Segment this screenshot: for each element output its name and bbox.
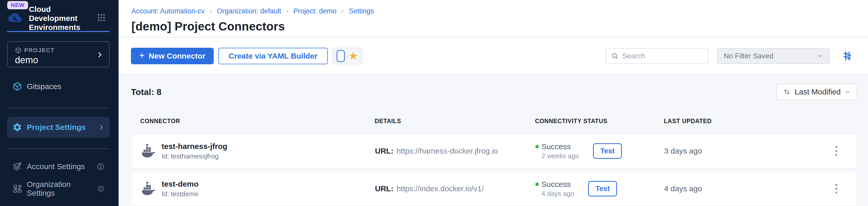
column-header-connector: CONNECTOR xyxy=(140,118,375,125)
status-text: Success xyxy=(541,142,570,151)
connector-id: Id: testharnessjfrog xyxy=(162,152,227,160)
table-row[interactable]: test-harness-jfrog Id: testharnessjfrog … xyxy=(131,134,857,168)
breadcrumb-settings-link[interactable]: Settings xyxy=(349,7,374,15)
sidebar-item-label: Account Settings xyxy=(27,162,85,171)
connector-list-area: Total: 8 Last Modified CONNECTOR DETAILS… xyxy=(119,75,868,206)
details-cell: URL: https://harness-docker.jfrog.io xyxy=(375,147,535,155)
org-chart-gear-icon xyxy=(12,184,22,194)
sidebar-item-organization-settings[interactable]: Organization Settings xyxy=(7,181,110,196)
sidebar-item-project-settings[interactable]: Project Settings xyxy=(7,117,110,137)
connector-name: test-demo xyxy=(162,180,198,188)
column-header-connectivity-status: CONNECTIVITY STATUS xyxy=(535,118,664,125)
sort-arrows-icon xyxy=(783,88,791,96)
success-status-dot xyxy=(535,182,539,186)
project-name: demo xyxy=(15,55,38,66)
new-connector-button[interactable]: + New Connector xyxy=(131,48,214,64)
breadcrumb: Account: Automation-cv Organization: def… xyxy=(131,7,858,15)
sidebar-item-label: Gitspaces xyxy=(27,82,61,91)
chevron-down-icon xyxy=(845,89,850,95)
last-updated-cell: 3 days ago xyxy=(664,147,826,155)
chevron-right-icon xyxy=(98,124,104,130)
connector-cell: test-demo Id: testdemo xyxy=(141,180,375,198)
saved-filter-label: No Filter Saved xyxy=(724,52,773,60)
brand-header: NEW Cloud Development Environments xyxy=(7,0,110,32)
favorites-filter-group: ★ xyxy=(332,48,363,64)
status-time: 2 weeks ago xyxy=(541,152,579,160)
main-content: Account: Automation-cv Organization: def… xyxy=(119,0,868,206)
star-icon[interactable]: ★ xyxy=(348,51,358,61)
toolbar: + New Connector Create via YAML Builder … xyxy=(119,37,868,75)
url-value: https://index.docker.io/v1/ xyxy=(397,184,484,193)
row-menu-kebab-icon[interactable] xyxy=(826,181,847,196)
chevron-right-icon xyxy=(209,9,213,14)
column-header-last-updated: LAST UPDATED xyxy=(664,118,826,125)
project-label: PROJECT xyxy=(24,47,55,54)
connector-cell: test-harness-jfrog Id: testharnessjfrog xyxy=(141,142,375,160)
details-cell: URL: https://index.docker.io/v1/ xyxy=(375,184,535,193)
connector-id: Id: testdemo xyxy=(162,190,198,198)
status-text: Success xyxy=(541,180,570,189)
breadcrumb-organization-link[interactable]: Organization: default xyxy=(217,7,281,15)
status-time: 4 days ago xyxy=(541,190,574,198)
breadcrumb-account-link[interactable]: Account: Automation-cv xyxy=(131,7,205,15)
test-connection-button[interactable]: Test xyxy=(593,143,622,159)
project-cube-icon xyxy=(15,47,22,54)
chevron-right-icon xyxy=(96,51,103,58)
url-label: URL: xyxy=(375,184,394,193)
url-value: https://harness-docker.jfrog.io xyxy=(397,147,498,155)
page-title: [demo] Project Connectors xyxy=(131,19,858,33)
docker-icon xyxy=(141,143,157,159)
filter-settings-icon[interactable] xyxy=(842,50,853,62)
sort-label: Last Modified xyxy=(795,87,841,96)
plus-icon: + xyxy=(139,51,145,60)
search-icon xyxy=(611,52,619,60)
chevron-right-icon xyxy=(285,9,289,14)
sidebar-divider xyxy=(7,108,110,108)
saved-filter-dropdown[interactable]: No Filter Saved xyxy=(717,48,830,64)
docker-icon xyxy=(141,181,157,197)
info-icon[interactable] xyxy=(97,185,104,192)
info-icon[interactable] xyxy=(97,163,104,171)
create-via-yaml-builder-button[interactable]: Create via YAML Builder xyxy=(218,48,328,64)
url-label: URL: xyxy=(375,147,394,155)
new-badge: NEW xyxy=(7,1,28,9)
favorites-checkbox[interactable] xyxy=(337,50,345,62)
test-connection-button[interactable]: Test xyxy=(588,181,617,197)
app-title: Cloud Development Environments xyxy=(29,5,88,32)
sidebar-item-gitspaces[interactable]: Gitspaces xyxy=(7,79,110,94)
status-cell: Success 4 days ago Test xyxy=(535,180,664,198)
sidebar-divider xyxy=(7,149,110,149)
table-header-row: CONNECTOR DETAILS CONNECTIVITY STATUS LA… xyxy=(131,118,857,125)
layers-gear-icon xyxy=(12,162,22,172)
breadcrumb-project-link[interactable]: Project: demo xyxy=(293,7,337,15)
search-input[interactable] xyxy=(622,52,703,60)
gear-icon xyxy=(12,122,22,132)
row-menu-kebab-icon[interactable] xyxy=(826,144,847,158)
sidebar: NEW Cloud Development Environments PROJE… xyxy=(0,0,119,206)
sidebar-item-label: Organization Settings xyxy=(27,180,93,198)
total-count: Total: 8 xyxy=(131,87,161,97)
gitspaces-cube-icon xyxy=(12,82,22,92)
success-status-dot xyxy=(535,145,539,149)
table-body: test-harness-jfrog Id: testharnessjfrog … xyxy=(131,134,857,206)
sort-dropdown[interactable]: Last Modified xyxy=(776,84,857,100)
sidebar-item-label: Project Settings xyxy=(27,123,86,132)
table-row[interactable]: test-demo Id: testdemo URL: https://inde… xyxy=(131,172,857,206)
list-toolbar: Total: 8 Last Modified xyxy=(131,84,857,100)
app-switcher-grid-icon[interactable] xyxy=(97,13,106,22)
chevron-down-icon xyxy=(817,53,823,59)
sidebar-item-account-settings[interactable]: Account Settings xyxy=(7,159,110,174)
project-selector[interactable]: PROJECT demo xyxy=(7,41,110,68)
search-box xyxy=(606,48,709,64)
status-cell: Success 2 weeks ago Test xyxy=(535,142,664,160)
column-header-details: DETAILS xyxy=(375,118,535,125)
page-header: Account: Automation-cv Organization: def… xyxy=(119,0,868,37)
connector-name: test-harness-jfrog xyxy=(162,142,227,151)
chevron-right-icon xyxy=(340,9,345,14)
cloud-dev-environments-logo-icon xyxy=(7,11,23,24)
last-updated-cell: 4 days ago xyxy=(664,184,826,193)
